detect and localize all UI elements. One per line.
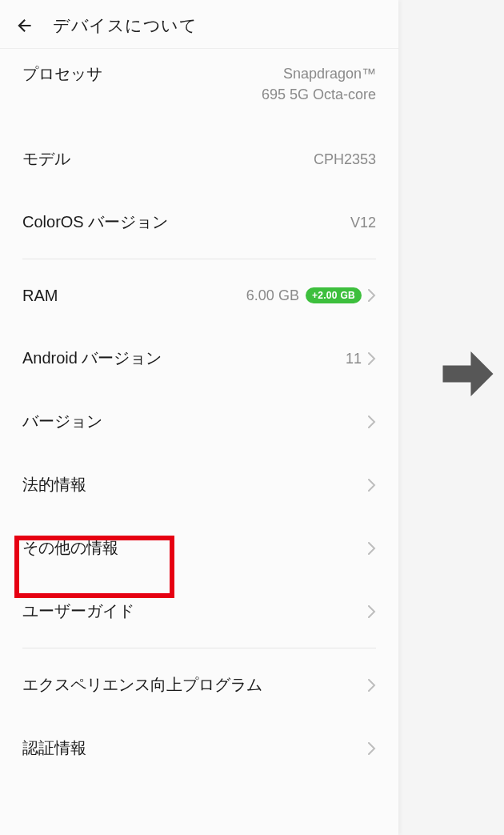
row-value: V12 [350,212,376,233]
row-label: ユーザーガイド [22,600,134,622]
settings-row[interactable]: 認証情報 [22,717,376,780]
row-tail: 11 [346,348,376,369]
row-label: バージョン [22,411,102,432]
settings-row[interactable]: Android バージョン11 [22,327,376,390]
settings-row[interactable]: 法的情報 [22,453,376,516]
chevron-right-icon [368,742,376,755]
settings-row: モデルCPH2353 [22,127,376,191]
settings-row[interactable]: その他の情報 [22,516,376,580]
settings-row: ColorOS バージョンV12 [22,191,376,254]
device-about-screen: デバイスについて プロセッサSnapdragon™695 5G Octa-cor… [0,0,398,835]
row-label: プロセッサ [22,63,102,85]
row-tail [368,605,376,618]
chevron-right-icon [368,479,376,492]
settings-row[interactable]: RAM6.00 GB+2.00 GB [22,264,376,327]
header: デバイスについて [0,0,398,49]
ram-expansion-badge: +2.00 GB [306,287,362,303]
chevron-right-icon [368,605,376,618]
row-label: エクスペリエンス向上プログラム [22,674,262,696]
chevron-right-icon [368,415,376,428]
row-label: ColorOS バージョン [22,211,168,233]
settings-row[interactable]: エクスペリエンス向上プログラム [22,653,376,717]
row-tail: Snapdragon™695 5G Octa-core [262,63,376,105]
row-value: 6.00 GB [246,285,299,306]
row-value: Snapdragon™695 5G Octa-core [262,63,376,105]
divider [22,259,376,259]
row-label: 法的情報 [22,474,86,496]
chevron-right-icon [368,542,376,555]
row-tail [368,542,376,555]
back-icon[interactable] [14,15,35,36]
row-value: 11 [346,348,362,369]
row-value: CPH2353 [314,149,376,170]
settings-row[interactable]: ユーザーガイド [22,580,376,643]
chevron-right-icon [368,679,376,692]
arrow-right-icon [440,346,496,402]
row-tail [368,742,376,755]
page-title: デバイスについて [53,14,197,37]
settings-row[interactable]: バージョン [22,390,376,453]
row-tail: 6.00 GB+2.00 GB [246,285,376,306]
divider [22,648,376,648]
row-label: 認証情報 [22,737,86,759]
row-tail [368,679,376,692]
row-label: RAM [22,287,58,305]
row-label: Android バージョン [22,347,162,369]
chevron-right-icon [368,352,376,365]
chevron-right-icon [368,289,376,302]
row-tail [368,415,376,428]
rows-container: プロセッサSnapdragon™695 5G Octa-coreモデルCPH23… [0,49,398,780]
row-tail: V12 [350,212,376,233]
settings-row: プロセッサSnapdragon™695 5G Octa-core [22,49,376,127]
row-label: その他の情報 [22,537,118,559]
row-label: モデル [22,148,70,170]
row-tail: CPH2353 [314,149,376,170]
row-tail [368,479,376,492]
